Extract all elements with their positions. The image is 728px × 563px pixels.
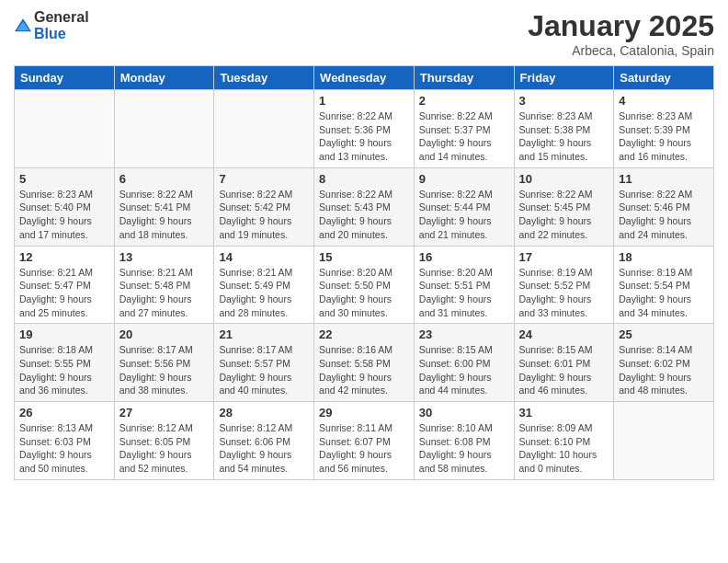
day-number: 28 [219,406,309,419]
day-info: Sunrise: 8:10 AM Sunset: 6:08 PM Dayligh… [419,421,509,476]
table-row [614,402,714,480]
table-row: 3Sunrise: 8:23 AM Sunset: 5:38 PM Daylig… [514,90,614,168]
table-row: 8Sunrise: 8:22 AM Sunset: 5:43 PM Daylig… [314,167,415,246]
day-number: 11 [619,172,709,186]
calendar-week-row: 12Sunrise: 8:21 AM Sunset: 5:47 PM Dayli… [15,246,714,324]
day-info: Sunrise: 8:22 AM Sunset: 5:44 PM Dayligh… [419,188,509,242]
month-title: January 2025 [528,9,714,43]
table-row: 15Sunrise: 8:20 AM Sunset: 5:50 PM Dayli… [314,246,415,324]
logo: General Blue [14,9,89,42]
table-row: 23Sunrise: 8:15 AM Sunset: 6:00 PM Dayli… [414,324,514,402]
table-row [114,90,214,168]
table-row: 12Sunrise: 8:21 AM Sunset: 5:47 PM Dayli… [15,246,115,324]
table-row: 4Sunrise: 8:23 AM Sunset: 5:39 PM Daylig… [614,90,714,168]
day-number: 21 [219,327,309,341]
day-number: 29 [319,406,409,419]
table-row: 11Sunrise: 8:22 AM Sunset: 5:46 PM Dayli… [614,167,714,246]
header-thursday: Thursday [414,66,514,90]
day-info: Sunrise: 8:13 AM Sunset: 6:03 PM Dayligh… [19,421,109,476]
calendar-table: Sunday Monday Tuesday Wednesday Thursday… [14,65,714,480]
page-container: General Blue January 2025 Arbeca, Catalo… [0,0,728,489]
table-row: 30Sunrise: 8:10 AM Sunset: 6:08 PM Dayli… [414,402,514,480]
table-row: 21Sunrise: 8:17 AM Sunset: 5:57 PM Dayli… [214,324,314,402]
day-info: Sunrise: 8:23 AM Sunset: 5:40 PM Dayligh… [19,188,109,242]
day-info: Sunrise: 8:22 AM Sunset: 5:41 PM Dayligh… [119,188,210,242]
header-monday: Monday [114,66,214,90]
day-info: Sunrise: 8:15 AM Sunset: 6:01 PM Dayligh… [519,343,609,397]
table-row: 13Sunrise: 8:21 AM Sunset: 5:48 PM Dayli… [114,246,214,324]
calendar-week-row: 1Sunrise: 8:22 AM Sunset: 5:36 PM Daylig… [15,90,714,168]
title-section: January 2025 Arbeca, Catalonia, Spain [528,9,714,58]
table-row: 27Sunrise: 8:12 AM Sunset: 6:05 PM Dayli… [114,402,214,480]
calendar-week-row: 5Sunrise: 8:23 AM Sunset: 5:40 PM Daylig… [15,167,714,246]
day-info: Sunrise: 8:12 AM Sunset: 6:06 PM Dayligh… [219,421,309,476]
day-info: Sunrise: 8:16 AM Sunset: 5:58 PM Dayligh… [319,343,409,397]
day-info: Sunrise: 8:17 AM Sunset: 5:56 PM Dayligh… [119,343,210,397]
table-row: 5Sunrise: 8:23 AM Sunset: 5:40 PM Daylig… [15,167,115,246]
day-info: Sunrise: 8:22 AM Sunset: 5:46 PM Dayligh… [619,188,709,242]
table-row: 2Sunrise: 8:22 AM Sunset: 5:37 PM Daylig… [414,90,514,168]
location: Arbeca, Catalonia, Spain [528,43,714,58]
day-number: 31 [519,406,609,419]
day-info: Sunrise: 8:22 AM Sunset: 5:43 PM Dayligh… [319,188,409,242]
logo-text: General Blue [34,9,89,42]
day-number: 7 [219,172,309,186]
header-row: General Blue January 2025 Arbeca, Catalo… [14,9,714,58]
table-row: 19Sunrise: 8:18 AM Sunset: 5:55 PM Dayli… [15,324,115,402]
table-row: 18Sunrise: 8:19 AM Sunset: 5:54 PM Dayli… [614,246,714,324]
table-row: 10Sunrise: 8:22 AM Sunset: 5:45 PM Dayli… [514,167,614,246]
header-saturday: Saturday [614,66,714,90]
weekday-header-row: Sunday Monday Tuesday Wednesday Thursday… [15,66,714,90]
day-number: 25 [619,327,709,341]
day-info: Sunrise: 8:21 AM Sunset: 5:47 PM Dayligh… [19,266,109,320]
table-row [214,90,314,168]
day-info: Sunrise: 8:22 AM Sunset: 5:42 PM Dayligh… [219,188,309,242]
day-number: 24 [519,327,609,341]
day-info: Sunrise: 8:20 AM Sunset: 5:50 PM Dayligh… [319,266,409,320]
table-row: 20Sunrise: 8:17 AM Sunset: 5:56 PM Dayli… [114,324,214,402]
day-info: Sunrise: 8:14 AM Sunset: 6:02 PM Dayligh… [619,343,709,397]
logo-general: General [34,9,89,25]
day-number: 12 [19,250,109,264]
day-info: Sunrise: 8:17 AM Sunset: 5:57 PM Dayligh… [219,343,309,397]
day-number: 23 [419,327,509,341]
table-row: 1Sunrise: 8:22 AM Sunset: 5:36 PM Daylig… [314,90,415,168]
day-number: 16 [419,250,509,264]
table-row: 17Sunrise: 8:19 AM Sunset: 5:52 PM Dayli… [514,246,614,324]
day-number: 9 [419,172,509,186]
day-number: 10 [519,172,609,186]
day-number: 22 [319,327,409,341]
day-number: 27 [119,406,210,419]
day-info: Sunrise: 8:19 AM Sunset: 5:52 PM Dayligh… [519,266,609,320]
day-number: 14 [219,250,309,264]
day-number: 2 [419,94,509,108]
day-info: Sunrise: 8:22 AM Sunset: 5:45 PM Dayligh… [519,188,609,242]
day-info: Sunrise: 8:11 AM Sunset: 6:07 PM Dayligh… [319,421,409,476]
table-row: 22Sunrise: 8:16 AM Sunset: 5:58 PM Dayli… [314,324,415,402]
table-row: 29Sunrise: 8:11 AM Sunset: 6:07 PM Dayli… [314,402,415,480]
table-row: 6Sunrise: 8:22 AM Sunset: 5:41 PM Daylig… [114,167,214,246]
table-row: 26Sunrise: 8:13 AM Sunset: 6:03 PM Dayli… [15,402,115,480]
day-number: 18 [619,250,709,264]
day-number: 26 [19,406,109,419]
table-row: 14Sunrise: 8:21 AM Sunset: 5:49 PM Dayli… [214,246,314,324]
day-info: Sunrise: 8:21 AM Sunset: 5:48 PM Dayligh… [119,266,210,320]
day-number: 30 [419,406,509,419]
day-info: Sunrise: 8:23 AM Sunset: 5:39 PM Dayligh… [619,109,709,164]
calendar-week-row: 26Sunrise: 8:13 AM Sunset: 6:03 PM Dayli… [15,402,714,480]
day-number: 19 [19,327,109,341]
day-info: Sunrise: 8:21 AM Sunset: 5:49 PM Dayligh… [219,266,309,320]
day-info: Sunrise: 8:09 AM Sunset: 6:10 PM Dayligh… [519,421,609,476]
day-info: Sunrise: 8:23 AM Sunset: 5:38 PM Dayligh… [519,109,609,164]
logo-icon [14,17,32,35]
day-info: Sunrise: 8:22 AM Sunset: 5:37 PM Dayligh… [419,109,509,164]
day-number: 20 [119,327,210,341]
table-row: 28Sunrise: 8:12 AM Sunset: 6:06 PM Dayli… [214,402,314,480]
table-row: 31Sunrise: 8:09 AM Sunset: 6:10 PM Dayli… [514,402,614,480]
day-number: 6 [119,172,210,186]
day-info: Sunrise: 8:20 AM Sunset: 5:51 PM Dayligh… [419,266,509,320]
header-tuesday: Tuesday [214,66,314,90]
day-info: Sunrise: 8:15 AM Sunset: 6:00 PM Dayligh… [419,343,509,397]
day-number: 8 [319,172,409,186]
header-wednesday: Wednesday [314,66,415,90]
